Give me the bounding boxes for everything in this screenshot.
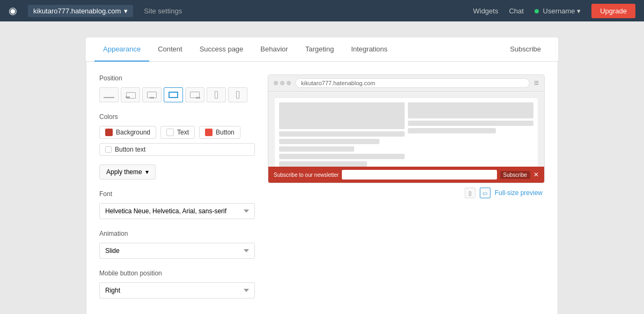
desktop-icon: ▭ <box>482 190 487 196</box>
pos-side-left-button[interactable] <box>207 87 226 102</box>
settings-column: Position <box>99 74 255 304</box>
popup-close-icon[interactable]: ✕ <box>533 171 539 178</box>
browser-bar: kikutaro777.hatenablog.com ≡ <box>268 75 544 92</box>
popup-subscribe-button[interactable]: Subscribe <box>500 171 530 179</box>
fake-block-8 <box>408 121 533 126</box>
pos-bottom-left-button[interactable] <box>121 87 140 102</box>
preview-mobile-button[interactable]: ▯ <box>465 188 475 198</box>
apply-theme-label: Apply theme <box>106 168 142 176</box>
browser-dot-2 <box>280 81 284 85</box>
position-label: Position <box>99 74 255 82</box>
pos-side-left-icon <box>215 91 218 99</box>
fake-block-2 <box>279 131 405 137</box>
fullsize-preview-label: Full-size preview <box>495 189 543 197</box>
pos-bottom-full-icon <box>104 92 114 98</box>
tab-integrations[interactable]: Integrations <box>342 38 396 62</box>
pos-bottom-right-icon <box>190 92 200 98</box>
mobile-icon: ▯ <box>469 190 472 196</box>
preview-desktop-button[interactable]: ▭ <box>480 188 491 198</box>
background-color-button[interactable]: Background <box>99 126 156 139</box>
pos-side-right-icon <box>236 91 239 99</box>
fake-block-7 <box>408 102 533 118</box>
fake-right-col <box>408 102 533 167</box>
button-color-button[interactable]: Button <box>199 126 240 139</box>
user-dropdown-icon: ▾ <box>577 7 581 15</box>
pos-side-right-button[interactable] <box>228 87 247 102</box>
popup-email-input[interactable] <box>342 170 496 180</box>
font-label: Font <box>99 190 255 198</box>
pos-bottom-center-icon <box>147 92 157 98</box>
site-selector[interactable]: kikutaro777.hatenablog.com ▾ <box>28 5 133 17</box>
fake-block-3 <box>279 139 379 144</box>
top-navigation: ◉ kikutaro777.hatenablog.com ▾ Site sett… <box>0 0 644 21</box>
tab-behavior[interactable]: Behavior <box>252 38 296 62</box>
tab-bar: Appearance Content Success page Behavior… <box>86 38 558 62</box>
pos-bottom-full-button[interactable] <box>99 87 119 102</box>
popup-subscribe-label: Subscribe to our newsletter <box>274 172 339 178</box>
fake-block-9 <box>408 128 496 133</box>
apply-theme-arrow-icon: ▾ <box>145 168 149 176</box>
tab-content[interactable]: Content <box>149 38 191 62</box>
online-indicator <box>535 9 539 13</box>
pos-bottom-right-button[interactable] <box>185 87 204 102</box>
fake-page <box>275 98 538 171</box>
fake-block-1 <box>279 102 405 129</box>
page-content: Appearance Content Success page Behavior… <box>75 38 569 314</box>
browser-content: Subscribe to our newsletter Subscribe ✕ <box>268 92 544 183</box>
browser-menu-icon: ≡ <box>534 78 539 88</box>
button-text-color-swatch <box>105 146 112 153</box>
site-name: kikutaro777.hatenablog.com <box>33 7 121 15</box>
text-color-label: Text <box>177 129 189 136</box>
mobile-position-select[interactable]: Right <box>99 282 255 298</box>
animation-label: Animation <box>99 230 255 237</box>
mobile-position-label: Mobile button position <box>99 270 255 277</box>
preview-column: kikutaro777.hatenablog.com ≡ <box>268 74 545 304</box>
upgrade-button[interactable]: Upgrade <box>591 4 635 18</box>
position-selector <box>99 87 255 102</box>
pos-bottom-left-icon <box>126 92 135 98</box>
nav-right: Widgets Chat Username ▾ Upgrade <box>473 4 635 18</box>
browser-dot-3 <box>287 81 291 85</box>
user-status: Username ▾ <box>535 7 581 15</box>
tab-subscribe[interactable]: Subscribe <box>501 38 550 62</box>
fake-left-col <box>279 102 405 167</box>
browser-url: kikutaro777.hatenablog.com <box>295 78 530 88</box>
browser-dot-1 <box>274 81 278 85</box>
fake-block-6 <box>279 161 367 167</box>
tab-appearance[interactable]: Appearance <box>94 38 149 62</box>
fake-block-4 <box>279 146 354 152</box>
logo-icon: ◉ <box>9 5 17 17</box>
tab-success-page[interactable]: Success page <box>191 38 252 62</box>
button-text-color-label: Button text <box>115 146 145 153</box>
animation-select[interactable]: Slide <box>99 243 255 259</box>
animation-section: Animation Slide <box>99 230 255 259</box>
background-color-label: Background <box>116 129 150 136</box>
fullsize-preview-link[interactable]: Full-size preview <box>495 189 543 197</box>
site-settings-link[interactable]: Site settings <box>144 7 182 15</box>
preview-browser: kikutaro777.hatenablog.com ≡ <box>268 74 545 183</box>
text-color-swatch <box>166 129 174 136</box>
chat-link[interactable]: Chat <box>509 7 523 15</box>
widgets-link[interactable]: Widgets <box>473 7 498 15</box>
apply-theme-button[interactable]: Apply theme ▾ <box>99 165 156 180</box>
popup-overlay: Subscribe to our newsletter Subscribe ✕ <box>268 167 544 183</box>
colors-row: Background Text Button <box>99 126 255 139</box>
preview-controls: ▯ ▭ Full-size preview <box>268 183 545 203</box>
username: Username <box>543 7 575 15</box>
font-section: Font Helvetica Neue, Helvetica, Arial, s… <box>99 190 255 219</box>
button-color-label: Button <box>216 129 235 136</box>
browser-dots <box>274 81 291 85</box>
main-panel: Position <box>86 62 558 314</box>
pos-bottom-center-button[interactable] <box>142 87 162 102</box>
pos-popup-center-icon <box>169 92 178 98</box>
font-select[interactable]: Helvetica Neue, Helvetica, Arial, sans-s… <box>99 203 255 219</box>
button-text-color-button[interactable]: Button text <box>99 143 255 156</box>
mobile-position-section: Mobile button position Right <box>99 270 255 298</box>
text-color-button[interactable]: Text <box>160 126 195 139</box>
fake-block-5 <box>279 154 405 159</box>
button-color-swatch <box>205 129 213 136</box>
pos-popup-center-button[interactable] <box>164 87 183 102</box>
colors-label: Colors <box>99 113 255 121</box>
background-color-swatch <box>105 129 113 136</box>
tab-targeting[interactable]: Targeting <box>297 38 342 62</box>
